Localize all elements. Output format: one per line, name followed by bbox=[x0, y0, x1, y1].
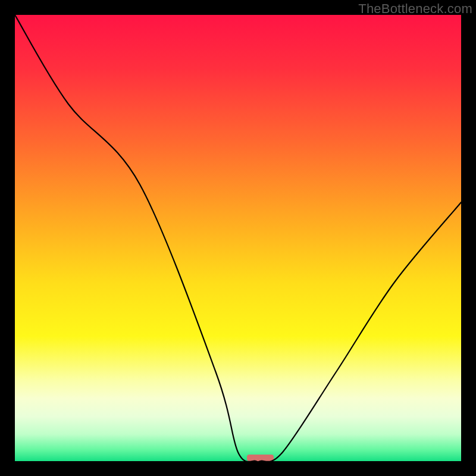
plot-area bbox=[15, 15, 461, 461]
optimum-marker bbox=[247, 455, 274, 461]
watermark-text: TheBottleneck.com bbox=[358, 1, 472, 17]
gradient-background bbox=[15, 15, 461, 461]
chart-frame: TheBottleneck.com bbox=[0, 0, 476, 476]
plot-svg bbox=[15, 15, 461, 461]
